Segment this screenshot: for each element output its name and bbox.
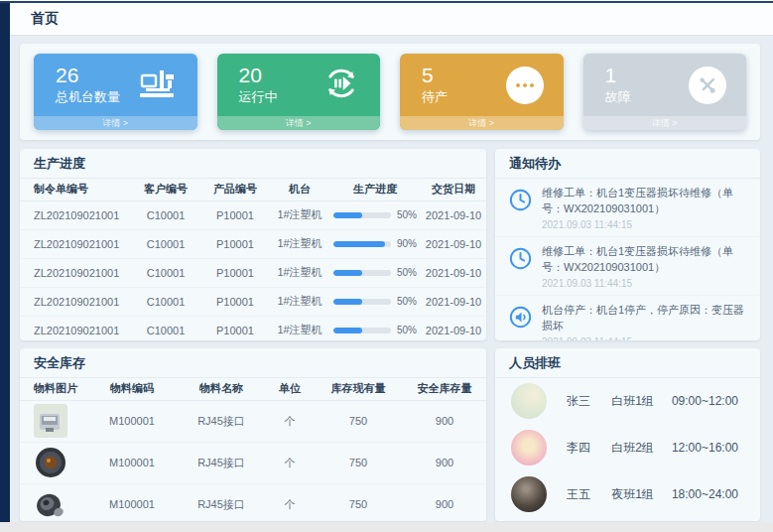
total-machines-detail-link[interactable]: 详情 > [34,116,197,130]
avatar [511,476,547,512]
card-fault[interactable]: 1 故障 [583,54,747,130]
list-item: 张三 白班1组 09:00~12:00 [495,378,760,425]
cone-speaker-image [34,487,67,521]
ellipsis-icon [506,66,544,104]
notifications-panel: 通知待办 维修工单：机台1变压器损坏待维修（单号：WX202109031001）… [495,149,760,340]
avatar [511,430,547,466]
staff-shift: 夜班1组 [611,486,672,503]
staff-name: 李四 [567,440,611,457]
fault-label: 故障 [605,88,631,106]
clock-icon [508,188,533,212]
dashboard-content: 26 总机台数量 [10,36,773,522]
progress-bar [333,299,391,305]
staff-name: 王五 [567,486,611,503]
machine-icon [138,66,178,104]
staff-schedule-panel: 人员排班 张三 白班1组 09:00~12:00 李四 白班2组 12:00~1… [495,348,760,521]
col-material-image: 物料图片 [20,378,87,400]
staff-shift-time: 12:00~16:00 [672,441,738,455]
production-table: 制令单编号 客户编号 产品编号 机台 生产进度 交货日期 [20,179,486,340]
card-running[interactable]: 20 运行中 [217,54,381,130]
table-row: M100001 RJ45接口 个 750 900 [20,442,486,483]
col-date: 交货日期 [421,179,486,200]
tab-home[interactable]: 首页 [31,10,59,28]
staff-schedule-panel-title: 人员排班 [495,348,760,378]
staff-name: 张三 [567,393,611,410]
avatar [511,383,547,419]
safety-stock-table: 物料图片 物料编码 物料名称 单位 库存现有量 安全库存量 [20,378,486,521]
fault-value: 1 [605,64,631,86]
progress-bar [333,241,391,247]
production-progress-panel: 生产进度 制令单编号 客户编号 产品编号 机台 生产进度 交货日 [20,149,486,340]
total-machines-label: 总机台数量 [56,88,120,106]
total-machines-value: 26 [56,64,120,86]
sidebar-collapsed-strip[interactable] [0,3,10,522]
table-row: ZL202109021001 C10001 P10001 1#注塑机 90% 2… [20,229,486,258]
window-bottom-strip [0,522,773,532]
clock-icon [508,246,533,271]
notification-timestamp: 2021.09.03 11:44:15 [542,278,748,289]
notification-item[interactable]: 维修工单：机台1变压器损坏待维修（单号：WX202109031001） 2021… [495,237,760,296]
notification-timestamp: 2021.09.03 11:44:15 [542,336,748,340]
table-row: M100001 RJ45接口 个 750 900 [20,400,486,442]
speaker-icon [508,305,533,330]
running-value: 20 [239,64,278,86]
notifications-panel-title: 通知待办 [495,149,760,179]
table-row: ZL202109021001 C10001 P10001 1#注塑机 50% 2… [20,287,486,316]
table-row: ZL202109021001 C10001 P10001 1#注塑机 50% 2… [20,316,486,340]
notification-item[interactable]: 维修工单：机台1变压器损坏待维修（单号：WX202109031001） 2021… [495,179,760,237]
app-window: 首页 26 总机台数量 [0,0,773,532]
notification-item[interactable]: 机台停产：机台1停产，停产原因：变压器损坏 2021.09.03 11:44:1… [495,296,760,340]
table-row: M100001 RJ45接口 个 750 900 [20,483,486,521]
rj45-connector-image [34,404,67,438]
col-customer: 客户编号 [131,179,200,200]
table-row: ZL202109021001 C10001 P10001 1#注塑机 50% 2… [20,200,486,229]
list-item: 王五 夜班1组 18:00~24:00 [495,471,760,518]
col-material-name: 物料名称 [177,378,266,400]
tools-icon [689,66,726,104]
table-row: ZL202109021001 C10001 P10001 1#注塑机 50% 2… [20,258,486,287]
progress-bar [333,328,391,333]
progress-bar [333,270,391,276]
col-safety-stock: 安全库存量 [403,378,486,400]
safety-stock-panel: 安全库存 物料图片 物料编码 物料名称 单位 库存现有量 安全库 [20,348,486,521]
safety-stock-panel-title: 安全库存 [20,348,486,378]
card-waiting[interactable]: 5 待产 详情 > [400,54,564,130]
running-detail-link[interactable]: 详情 > [217,116,381,130]
notification-timestamp: 2021.09.03 11:44:15 [542,219,748,230]
col-progress: 生产进度 [329,179,421,200]
col-unit: 单位 [266,378,314,400]
list-item: 李四 白班2组 12:00~16:00 [495,425,760,471]
staff-shift-time: 18:00~24:00 [672,487,738,501]
col-product: 产品编号 [200,179,270,200]
progress-bar [333,212,391,218]
card-total-machines[interactable]: 26 总机台数量 [34,54,197,130]
production-panel-title: 生产进度 [20,149,486,179]
staff-shift-time: 09:00~12:00 [672,394,738,408]
round-speaker-image [34,446,67,479]
fault-detail-link[interactable]: 详情 > [583,116,747,130]
tab-bar: 首页 [10,3,773,36]
waiting-label: 待产 [422,88,448,106]
running-icon [322,65,360,106]
staff-shift: 白班2组 [611,440,672,457]
waiting-value: 5 [422,64,448,86]
col-material-code: 物料编码 [87,378,177,400]
waiting-detail-link[interactable]: 详情 > [400,116,564,130]
col-machine: 机台 [270,179,329,200]
col-order-no: 制令单编号 [20,179,131,200]
staff-shift: 白班1组 [611,393,672,410]
running-label: 运行中 [239,88,278,106]
col-stock: 库存现有量 [314,378,403,400]
stat-cards-panel: 26 总机台数量 [20,44,760,140]
